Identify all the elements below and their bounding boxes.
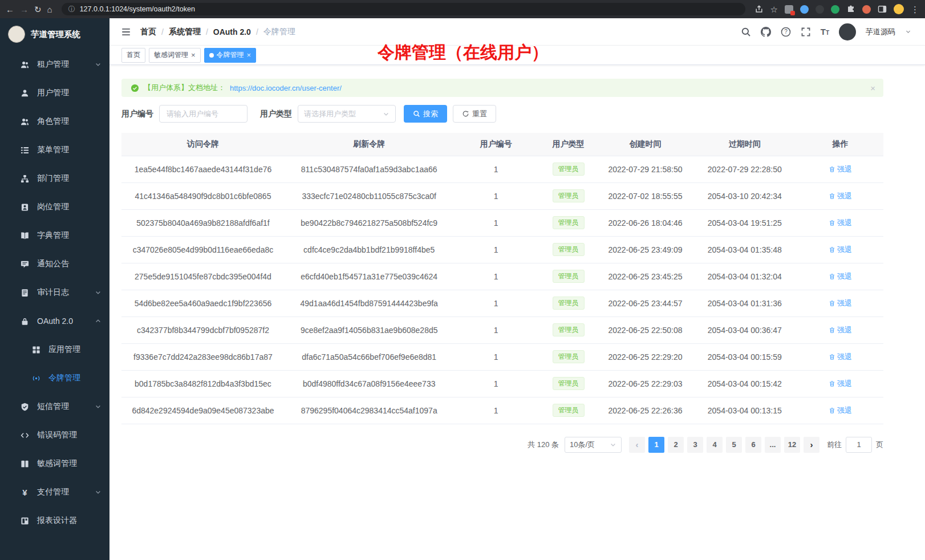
search-button[interactable]: 搜索 — [404, 105, 447, 123]
pager-next-button[interactable]: › — [804, 437, 819, 453]
pager-page-button[interactable]: 5 — [726, 437, 742, 453]
pager-prev-button[interactable]: ‹ — [629, 437, 645, 453]
expire-time-cell: 2054-03-04 01:32:04 — [692, 263, 797, 290]
sidebar-item-post[interactable]: 岗位管理 — [0, 193, 109, 221]
fullscreen-icon[interactable] — [801, 27, 811, 37]
force-logout-button[interactable]: 强退 — [829, 379, 852, 389]
sidebar-item-dept[interactable]: 部门管理 — [0, 164, 109, 193]
github-icon[interactable] — [761, 27, 771, 37]
user-id-input[interactable] — [159, 105, 248, 123]
create-time-cell: 2022-06-25 22:29:20 — [598, 343, 692, 370]
tab-item[interactable]: 令牌管理× — [204, 48, 257, 63]
breadcrumb-item[interactable]: 首页 — [140, 27, 156, 37]
pager-page-button[interactable]: 6 — [745, 437, 761, 453]
expire-time-cell: 2054-03-04 00:15:59 — [692, 343, 797, 370]
bookmark-star-icon[interactable]: ☆ — [770, 5, 778, 14]
force-logout-button[interactable]: 强退 — [829, 298, 852, 309]
sidebar-item-dict[interactable]: 字典管理 — [0, 221, 109, 250]
font-size-icon[interactable]: TT — [821, 27, 829, 36]
sidebar-item-notice[interactable]: 通知公告 — [0, 250, 109, 278]
extension-orange-icon[interactable] — [862, 5, 871, 14]
sidebar-item-sensitive[interactable]: 敏感词管理 — [0, 449, 109, 478]
sidebar-item-audit-log[interactable]: 审计日志 — [0, 278, 109, 307]
tab-item[interactable]: 首页 — [121, 48, 145, 63]
app-logo[interactable]: 芋道管理系统 — [0, 18, 109, 50]
goto-page-input[interactable] — [846, 437, 872, 453]
breadcrumb-separator: / — [161, 27, 164, 36]
access-token-cell: f9336e7c7dd242a283ee98dc86b17a87 — [121, 343, 285, 370]
user-type-label: 用户类型 — [260, 109, 292, 119]
browser-profile-avatar[interactable] — [894, 4, 904, 14]
reload-icon[interactable]: ↻ — [34, 5, 42, 14]
pager-page-button[interactable]: 1 — [648, 437, 664, 453]
pager-page-button[interactable]: 3 — [687, 437, 703, 453]
action-cell: 强退 — [797, 343, 883, 370]
browser-menu-kebab-icon[interactable]: ⋮ — [911, 5, 919, 14]
sidebar-item-label: 部门管理 — [37, 173, 102, 184]
sidebar-item-report[interactable]: 报表设计器 — [0, 506, 109, 535]
force-logout-button[interactable]: 强退 — [829, 191, 852, 201]
tab-close-icon[interactable]: × — [247, 51, 251, 59]
site-info-icon[interactable]: ⓘ — [68, 5, 75, 14]
pager-page-button[interactable]: 4 — [707, 437, 723, 453]
yen-icon: ¥ — [21, 488, 29, 497]
user-name[interactable]: 芋道源码 — [866, 27, 895, 37]
breadcrumb-item[interactable]: OAuth 2.0 — [213, 27, 251, 36]
sidebar-item-user[interactable]: 用户管理 — [0, 79, 109, 107]
extension-dark-icon[interactable] — [816, 5, 824, 14]
alert-close-icon[interactable]: × — [870, 83, 875, 93]
share-icon[interactable] — [754, 5, 764, 14]
url-bar[interactable]: ⓘ 127.0.0.1:1024/system/oauth2/token — [62, 3, 745, 15]
breadcrumb-item[interactable]: 系统管理 — [169, 27, 201, 37]
user-type-cell: 管理员 — [538, 236, 599, 263]
sidebar-item-sms[interactable]: 短信管理 — [0, 392, 109, 421]
user-type-badge: 管理员 — [553, 163, 585, 176]
back-icon[interactable]: ← — [6, 5, 14, 14]
sidebar-item-tenant[interactable]: 租户管理 — [0, 50, 109, 79]
reset-button[interactable]: 重置 — [453, 105, 496, 123]
user-type-badge: 管理员 — [553, 270, 585, 283]
side-panel-icon[interactable] — [878, 5, 887, 14]
pager-page-button[interactable]: 12 — [784, 437, 800, 453]
sidebar-item-error-code[interactable]: 错误码管理 — [0, 421, 109, 449]
sidebar: 芋道管理系统 租户管理用户管理角色管理菜单管理部门管理岗位管理字典管理通知公告审… — [0, 18, 109, 560]
pager-more-button[interactable]: ... — [765, 437, 781, 453]
extension-green-icon[interactable] — [831, 5, 839, 14]
sidebar-menu: 租户管理用户管理角色管理菜单管理部门管理岗位管理字典管理通知公告审计日志OAut… — [0, 50, 109, 535]
action-cell: 强退 — [797, 397, 883, 424]
help-icon[interactable]: ? — [781, 27, 791, 37]
forward-icon[interactable]: → — [20, 5, 29, 14]
force-logout-button[interactable]: 强退 — [829, 352, 852, 362]
sidebar-item-role[interactable]: 角色管理 — [0, 107, 109, 136]
sidebar-item-label: 错误码管理 — [37, 430, 102, 440]
pager-page-button[interactable]: 2 — [668, 437, 684, 453]
sidebar-item-oauth2[interactable]: OAuth 2.0 — [0, 307, 109, 335]
alert-doc-link[interactable]: https://doc.iocoder.cn/user-center/ — [230, 84, 342, 92]
main-area: 令牌管理（在线用户） 首页/系统管理/OAuth 2.0/令牌管理 ? TT 芋… — [109, 18, 925, 560]
search-icon[interactable] — [741, 27, 751, 37]
force-logout-button[interactable]: 强退 — [829, 405, 852, 416]
force-logout-button[interactable]: 强退 — [829, 245, 852, 255]
user-avatar[interactable] — [839, 23, 856, 40]
force-logout-label: 强退 — [837, 405, 852, 416]
expire-time-cell: 2054-03-04 01:31:36 — [692, 290, 797, 316]
browser-toolbar-right: ☆ ⋮ — [754, 4, 919, 14]
user-type-select[interactable]: 请选择用户类型 — [298, 105, 396, 123]
extension-with-badge-icon[interactable] — [785, 5, 793, 14]
extensions-puzzle-icon[interactable] — [846, 5, 855, 14]
collapse-sidebar-icon[interactable] — [121, 27, 131, 37]
force-logout-button[interactable]: 强退 — [829, 164, 852, 175]
sidebar-item-oauth-app[interactable]: 应用管理 — [0, 335, 109, 364]
force-logout-button[interactable]: 强退 — [829, 325, 852, 335]
force-logout-button[interactable]: 强退 — [829, 271, 852, 282]
tab-close-icon[interactable]: × — [191, 51, 196, 59]
home-icon[interactable]: ⌂ — [47, 5, 52, 14]
page-size-select[interactable]: 10条/页 — [565, 437, 622, 453]
sidebar-item-menu[interactable]: 菜单管理 — [0, 136, 109, 164]
chevron-down-icon[interactable] — [905, 29, 911, 35]
sidebar-item-oauth-token[interactable]: 令牌管理 — [0, 364, 109, 392]
tab-item[interactable]: 敏感词管理× — [149, 48, 201, 63]
sidebar-item-pay[interactable]: ¥支付管理 — [0, 478, 109, 506]
extension-blue-icon[interactable] — [800, 5, 809, 14]
force-logout-button[interactable]: 强退 — [829, 218, 852, 228]
